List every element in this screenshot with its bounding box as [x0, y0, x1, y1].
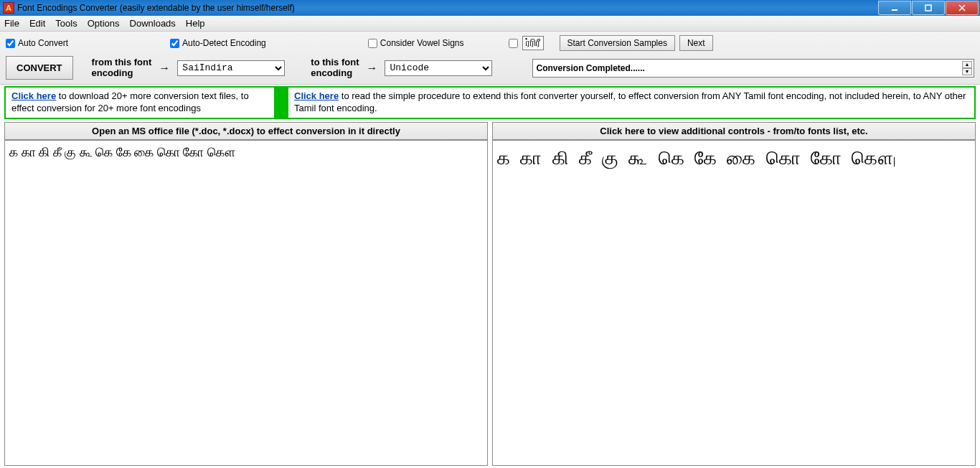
info-separator: [275, 86, 287, 119]
maximize-button[interactable]: [912, 1, 945, 15]
auto-detect-label: Auto-Detect Encoding: [182, 38, 266, 48]
minimize-icon: [891, 4, 898, 11]
menu-tools[interactable]: Tools: [55, 18, 77, 29]
arrow-icon: →: [363, 62, 380, 75]
sample-glyph-display: ர்ரிரீ: [522, 36, 544, 50]
minimize-button[interactable]: [878, 1, 911, 15]
right-pane: Click here to view additional controls -…: [492, 122, 976, 466]
left-pane: Open an MS office file (*.doc, *.docx) t…: [4, 122, 488, 466]
maximize-icon: [925, 4, 932, 11]
auto-convert-input[interactable]: [6, 39, 15, 48]
toolbar: Auto Convert Auto-Detect Encoding Consid…: [0, 32, 980, 85]
chevron-down-icon[interactable]: ▼: [962, 68, 972, 75]
sample-glyph-input[interactable]: [509, 39, 518, 48]
menu-help[interactable]: Help: [186, 18, 205, 29]
window-title: Font Encodings Converter (easily extenda…: [17, 3, 295, 13]
menu-bar: File Edit Tools Options Downloads Help: [0, 16, 980, 32]
from-encoding-label: from this font encoding: [92, 57, 152, 78]
svg-rect-0: [892, 9, 897, 11]
sample-glyph-checkbox[interactable]: [509, 39, 518, 48]
extend-text: to read the simple procedure to extend t…: [294, 90, 966, 113]
close-button[interactable]: [946, 1, 979, 15]
info-download-cell: Click here to download 20+ more conversi…: [4, 86, 275, 119]
window-controls: [877, 1, 979, 15]
consider-vowel-input[interactable]: [368, 39, 377, 48]
from-encoding-select[interactable]: SaiIndira: [177, 60, 285, 76]
svg-rect-1: [925, 5, 931, 11]
download-link[interactable]: Click here: [11, 90, 56, 101]
chevron-up-icon[interactable]: ▲: [962, 61, 972, 68]
output-text: க கா கி கீ கு கூ கெ கே கை கொ கோ கௌ: [497, 148, 893, 169]
to-encoding-label: to this font encoding: [311, 57, 359, 78]
next-button[interactable]: Next: [679, 35, 713, 51]
menu-file[interactable]: File: [4, 18, 19, 29]
right-pane-header[interactable]: Click here to view additional controls -…: [492, 122, 976, 140]
title-bar: A Font Encodings Converter (easily exten…: [0, 0, 980, 16]
arrow-icon: →: [156, 62, 173, 75]
auto-detect-checkbox[interactable]: Auto-Detect Encoding: [170, 38, 266, 48]
extend-link[interactable]: Click here: [294, 90, 339, 101]
panes-container: Open an MS office file (*.doc, *.docx) t…: [0, 122, 980, 466]
text-cursor: [894, 157, 895, 167]
consider-vowel-checkbox[interactable]: Consider Vowel Signs: [368, 38, 464, 48]
menu-downloads[interactable]: Downloads: [130, 18, 176, 29]
left-pane-header[interactable]: Open an MS office file (*.doc, *.docx) t…: [4, 122, 488, 140]
to-encoding-select[interactable]: Unicode: [385, 60, 492, 76]
status-spinner[interactable]: ▲ ▼: [962, 61, 972, 75]
auto-convert-checkbox[interactable]: Auto Convert: [6, 38, 68, 48]
app-icon: A: [3, 2, 14, 14]
start-samples-button[interactable]: Start Conversion Samples: [560, 35, 675, 51]
info-extend-cell: Click here to read the simple procedure …: [287, 86, 976, 119]
convert-button[interactable]: CONVERT: [6, 56, 73, 80]
output-textarea[interactable]: க கா கி கீ கு கூ கெ கே கை கொ கோ கௌ: [492, 140, 976, 466]
menu-edit[interactable]: Edit: [29, 18, 45, 29]
auto-detect-input[interactable]: [170, 39, 179, 48]
auto-convert-label: Auto Convert: [18, 38, 68, 48]
menu-options[interactable]: Options: [88, 18, 120, 29]
source-textarea[interactable]: க கா கி கீ கு கூ கெ கே கை கொ கோ கௌ: [4, 140, 488, 466]
status-text: Conversion Completed......: [536, 63, 644, 73]
close-icon: [958, 4, 966, 11]
status-box: Conversion Completed...... ▲ ▼: [532, 59, 974, 78]
source-text: க கா கி கீ கு கூ கெ கே கை கொ கோ கௌ: [9, 144, 483, 162]
info-bar: Click here to download 20+ more conversi…: [4, 86, 976, 119]
consider-vowel-label: Consider Vowel Signs: [380, 38, 464, 48]
